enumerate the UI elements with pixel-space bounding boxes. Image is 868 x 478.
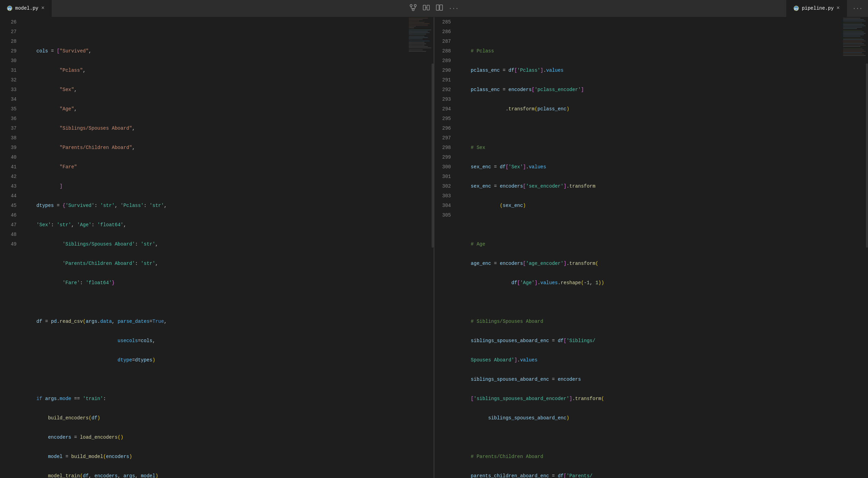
editor-container: py model.py ×	[0, 0, 868, 478]
svg-rect-12	[409, 19, 423, 20]
svg-rect-23	[409, 36, 424, 37]
svg-rect-17	[409, 26, 416, 27]
svg-rect-39	[843, 26, 866, 26]
tab-pipeline-py[interactable]: py pipeline.py ×	[786, 0, 847, 17]
svg-rect-36	[843, 21, 866, 21]
svg-rect-37	[843, 23, 862, 23]
svg-rect-30	[409, 46, 428, 47]
left-editor-pane: 26 27 28 29 30 31 32 33 34 35 36 37 38	[0, 17, 434, 478]
svg-rect-35	[843, 19, 864, 20]
svg-rect-45	[843, 34, 864, 35]
right-minimap	[840, 17, 868, 478]
svg-point-3	[414, 4, 416, 7]
svg-rect-16	[409, 25, 428, 26]
svg-rect-29	[409, 45, 424, 46]
svg-rect-53	[843, 46, 860, 47]
svg-rect-24	[409, 37, 428, 38]
svg-rect-26	[409, 41, 430, 41]
git-compare-icon[interactable]	[423, 4, 430, 13]
svg-rect-51	[843, 43, 864, 44]
svg-rect-34	[843, 18, 860, 19]
more-options-right-icon[interactable]: ···	[852, 6, 862, 12]
tab-close-right[interactable]: ×	[837, 5, 840, 11]
svg-rect-22	[409, 34, 426, 34]
svg-point-2	[410, 4, 412, 7]
svg-rect-59	[843, 55, 866, 56]
svg-rect-15	[409, 23, 430, 24]
svg-rect-25	[409, 39, 423, 39]
svg-rect-5	[423, 5, 426, 10]
svg-text:py: py	[8, 7, 12, 11]
svg-rect-42	[843, 30, 862, 31]
svg-rect-48	[843, 39, 864, 40]
svg-rect-58	[843, 54, 864, 54]
tab-label-left: model.py	[15, 6, 38, 11]
svg-rect-31	[409, 48, 431, 48]
svg-rect-49	[843, 41, 866, 41]
svg-rect-38	[843, 24, 864, 25]
svg-rect-47	[843, 38, 862, 39]
svg-rect-6	[427, 5, 430, 10]
tab-model-py[interactable]: py model.py ×	[0, 0, 52, 17]
svg-rect-41	[843, 28, 857, 29]
editors-split: 26 27 28 29 30 31 32 33 34 35 36 37 38	[0, 17, 868, 478]
svg-rect-52	[843, 45, 866, 46]
left-code-content[interactable]: cols = ["Survived", "Pclass", "Sex", "Ag…	[21, 17, 406, 478]
right-code-area: 285 286 287 288 289 290 291 292 293 294 …	[434, 17, 868, 478]
split-editor-icon[interactable]	[436, 4, 443, 13]
left-code-area: 26 27 28 29 30 31 32 33 34 35 36 37 38	[0, 17, 434, 478]
svg-rect-46	[843, 36, 860, 37]
svg-rect-8	[440, 5, 443, 10]
svg-rect-56	[843, 51, 866, 52]
python-icon-left: py	[7, 6, 12, 11]
svg-rect-19	[409, 30, 431, 30]
svg-rect-18	[409, 28, 414, 28]
svg-rect-50	[843, 42, 862, 43]
svg-rect-20	[409, 31, 428, 32]
svg-rect-13	[409, 21, 419, 21]
tab-close-left[interactable]: ×	[41, 5, 45, 11]
svg-rect-27	[409, 42, 424, 43]
svg-rect-28	[409, 43, 426, 44]
svg-rect-7	[436, 5, 439, 10]
svg-rect-14	[409, 22, 424, 23]
svg-rect-40	[843, 27, 862, 28]
tab-bar: py model.py ×	[0, 0, 868, 17]
svg-rect-57	[843, 52, 862, 53]
svg-rect-43	[843, 32, 864, 32]
right-code-content[interactable]: # Pclass pclass_enc = df['Pclass'].value…	[455, 17, 840, 478]
right-editor-pane: 285 286 287 288 289 290 291 292 293 294 …	[434, 17, 868, 478]
svg-rect-32	[409, 50, 423, 50]
more-options-icon[interactable]: ···	[449, 6, 459, 12]
svg-text:py: py	[795, 7, 798, 11]
right-line-numbers: 285 286 287 288 289 290 291 292 293 294 …	[434, 17, 455, 478]
source-control-icon[interactable]	[410, 4, 417, 13]
python-icon-right: py	[793, 6, 799, 11]
tab-label-right: pipeline.py	[802, 6, 834, 11]
svg-rect-54	[843, 48, 862, 49]
left-line-numbers: 26 27 28 29 30 31 32 33 34 35 36 37 38	[0, 17, 21, 478]
left-minimap	[406, 17, 434, 478]
svg-rect-44	[843, 33, 866, 34]
svg-rect-33	[409, 51, 426, 52]
svg-rect-11	[409, 18, 428, 19]
svg-rect-55	[843, 50, 864, 50]
svg-rect-21	[409, 32, 430, 33]
